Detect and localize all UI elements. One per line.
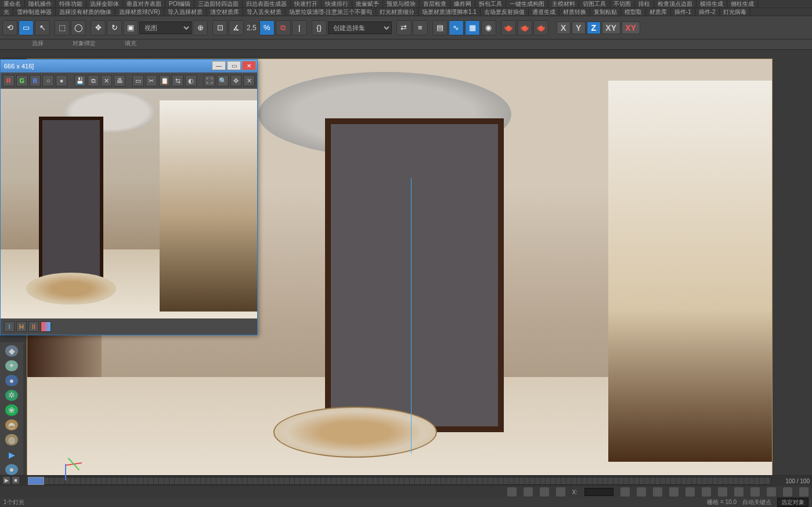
angle-snap-icon[interactable]: ∡ (229, 20, 244, 35)
pivot-icon[interactable]: ⊕ (193, 20, 208, 35)
channel-g-button[interactable]: G (16, 75, 28, 86)
axis-z-button[interactable]: Z (587, 21, 601, 34)
timeline-thumb[interactable] (28, 477, 44, 485)
mirror-icon[interactable]: ⇄ (396, 20, 412, 35)
particle-tab-icon[interactable]: ✲ (5, 390, 18, 401)
channel-r-button[interactable]: R (3, 75, 15, 86)
menu-item[interactable]: 主模材料 (548, 0, 579, 8)
menu-item[interactable]: 首层检查 (420, 0, 450, 8)
menu-item[interactable]: 归总表面生成器 (243, 0, 291, 8)
timeline[interactable]: ▶ ■ 100 / 100 (0, 476, 812, 486)
menu-item[interactable]: 灯光材质细分 (376, 8, 418, 16)
menu-item[interactable]: 快速打开 (291, 0, 322, 8)
zoom-fit-icon[interactable]: ⛶ (204, 75, 215, 86)
maximize-button[interactable]: ▭ (227, 61, 241, 70)
menu-item[interactable]: 排柱 (635, 0, 654, 8)
close-small-icon[interactable]: ✕ (243, 75, 255, 86)
zoom-icon[interactable]: 🔍 (217, 75, 229, 86)
rect-select-icon[interactable]: ⬚ (55, 20, 70, 35)
menu-item[interactable]: 预览与模块 (383, 0, 420, 8)
curve-editor-icon[interactable]: ∿ (449, 20, 464, 35)
layer-icon[interactable]: ▤ (432, 20, 447, 35)
menu-item[interactable]: 复制粘贴 (590, 8, 621, 16)
model-tab-icon[interactable]: ◆ (5, 345, 18, 357)
material-editor-icon[interactable]: ◉ (481, 20, 496, 35)
nav-pan-icon[interactable] (750, 487, 760, 497)
menu-item[interactable]: 特殊功能 (56, 0, 86, 8)
menu-item[interactable]: 场景垃圾清理-注意第三个不要勾 (286, 8, 376, 16)
nav-orbit-icon[interactable] (783, 487, 792, 497)
status-icon-5[interactable] (620, 487, 630, 497)
clear-image-icon[interactable]: ✕ (101, 75, 113, 86)
snap-toggle-icon[interactable]: ⊡ (212, 20, 228, 35)
rock-tab-icon[interactable]: ◓ (5, 419, 18, 431)
magnet-icon[interactable]: ⧉ (276, 20, 291, 35)
goto-end-icon[interactable] (734, 487, 744, 497)
region-icon[interactable]: ▭ (132, 75, 144, 86)
menu-item[interactable]: 材质库 (646, 8, 671, 16)
menu-item[interactable]: 爆炸网 (450, 0, 475, 8)
play-anim-icon[interactable] (702, 487, 711, 497)
terrain-tab-icon[interactable]: ◍ (5, 434, 18, 446)
named-sets-icon[interactable]: {} (312, 20, 327, 35)
menu-item[interactable]: 选择全部体 (86, 0, 123, 8)
axis-xy2-button[interactable]: XY (622, 21, 640, 34)
menu-item[interactable]: 随机操作 (25, 0, 56, 8)
menu-item[interactable]: 插件-1 (671, 8, 695, 16)
schematic-icon[interactable]: ▦ (465, 20, 480, 35)
save-image-icon[interactable]: 💾 (74, 75, 86, 86)
crop-icon[interactable]: ✂ (146, 75, 157, 86)
rotate-icon[interactable]: ↻ (107, 20, 122, 35)
menu-item[interactable]: 快速排行 (322, 0, 352, 8)
edge-constraint-icon[interactable]: | (292, 20, 307, 35)
coord-x-field[interactable] (584, 488, 613, 496)
menu-item[interactable]: 清空材质库 (207, 8, 243, 16)
reference-coord-dropdown[interactable]: 视图 (139, 21, 192, 34)
cloth-tab-icon[interactable]: ● (5, 375, 18, 386)
menu-item[interactable]: 拆包工具 (475, 0, 506, 8)
menu-item[interactable]: 垂直对齐表面 (123, 0, 165, 8)
status-h-button[interactable]: H (16, 321, 27, 332)
sphere-icon[interactable]: ● (5, 464, 18, 476)
axis-xy-button[interactable]: XY (602, 21, 620, 34)
render-icon[interactable]: 🫖 (533, 20, 548, 35)
render-canvas[interactable] (1, 89, 257, 318)
status-icon-3[interactable] (540, 487, 549, 497)
render-titlebar[interactable]: 666 x 416] — ▭ ✕ (1, 60, 257, 73)
hair-tab-icon[interactable]: ✦ (5, 360, 18, 372)
menu-item[interactable]: 重命名 (0, 0, 25, 8)
vr-icon[interactable]: ◐ (185, 75, 197, 86)
menu-item[interactable]: 导入丢失材质 (243, 8, 286, 16)
mono-button[interactable]: ● (56, 75, 67, 86)
scale-icon[interactable]: ▣ (123, 20, 138, 35)
menu-item[interactable]: 批量赋予 (352, 0, 383, 8)
menu-item[interactable]: POI编辑 (165, 0, 194, 8)
align-icon[interactable]: ≡ (413, 20, 428, 35)
key-button[interactable]: ■ (12, 476, 20, 484)
menu-item[interactable]: 切图工具 (579, 0, 610, 8)
axis-x-button[interactable]: X (557, 21, 571, 34)
prev-frame-icon[interactable] (685, 487, 695, 497)
render-setup-icon[interactable]: 🫖 (501, 20, 516, 35)
status-extra-icon[interactable] (41, 321, 51, 332)
render-frame-icon[interactable]: 🫖 (517, 20, 532, 35)
menu-item[interactable]: 材质转换 (560, 8, 590, 16)
status-icon-4[interactable] (556, 487, 565, 497)
menu-item[interactable]: 侧柱生成 (727, 0, 758, 8)
play-icon[interactable]: ▶ (5, 449, 18, 461)
menu-item[interactable]: 通道生成 (529, 8, 560, 16)
compare-icon[interactable]: ⇆ (172, 75, 183, 86)
move-icon[interactable]: ✥ (91, 20, 106, 35)
plant-tab-icon[interactable]: ❀ (5, 404, 18, 416)
menu-item[interactable]: 雪种制造神器 (13, 8, 56, 16)
menu-item[interactable]: 插件-2 (695, 8, 720, 16)
lock-selection-field[interactable]: 选定对象 (777, 498, 809, 507)
select-icon[interactable]: ▭ (19, 20, 34, 35)
menu-item[interactable]: 选择没有材质的物体 (56, 8, 116, 16)
pan-icon[interactable]: ✥ (230, 75, 242, 86)
cursor-icon[interactable]: ↖ (35, 20, 50, 35)
status-i-button[interactable]: I (4, 321, 15, 332)
status-ii-button[interactable]: II (28, 321, 39, 332)
menu-item[interactable]: 场景材质清理脚本1.1 (418, 8, 481, 16)
lasso-icon[interactable]: ◯ (71, 20, 86, 35)
